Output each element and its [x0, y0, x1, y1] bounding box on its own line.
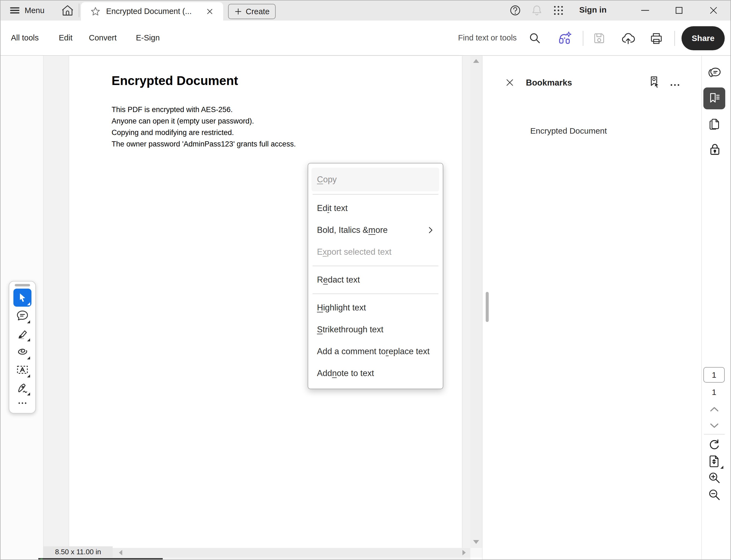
pdf-line: This PDF is encrypted with AES-256. — [112, 104, 233, 115]
menu-item-redact-text[interactable]: Redact text — [308, 269, 443, 291]
share-button[interactable]: Share — [682, 26, 725, 50]
help-button[interactable] — [510, 5, 521, 16]
submenu-chevron-icon — [426, 225, 435, 235]
document-tab[interactable]: Encrypted Document (... — [81, 2, 223, 20]
cursor-arrow-icon — [16, 292, 28, 304]
main-toolbar: All tools Edit Convert E-Sign Find text … — [0, 20, 731, 56]
scrollbar-corner — [470, 548, 482, 558]
zoom-out-button[interactable] — [708, 488, 721, 501]
fit-page-button[interactable] — [707, 455, 721, 468]
tab-title: Encrypted Document (... — [106, 7, 202, 16]
notifications-button[interactable] — [531, 4, 543, 16]
next-page-button[interactable] — [708, 421, 720, 430]
favorite-star-icon[interactable] — [90, 6, 101, 17]
scroll-up-arrow[interactable] — [473, 59, 479, 63]
print-icon[interactable] — [650, 32, 663, 45]
menu-item-export-selected-text: Export selected text — [308, 241, 443, 263]
fit-flyout-indicator — [720, 466, 723, 469]
select-tool-button[interactable] — [13, 289, 31, 307]
page-thumbnails-button[interactable] — [708, 118, 722, 131]
toolbar-separator-2 — [674, 31, 675, 46]
bookmark-icon — [707, 92, 721, 105]
menu-separator — [312, 194, 439, 195]
quick-tools-toolbar — [9, 281, 36, 414]
security-settings-button[interactable] — [708, 142, 722, 156]
bell-icon — [531, 4, 543, 16]
home-icon — [61, 4, 74, 17]
menu-item-copy: Copy — [311, 168, 439, 191]
tool-flyout-indicator — [27, 302, 30, 305]
app-grid-button[interactable] — [553, 5, 564, 16]
ellipsis-icon — [17, 398, 28, 409]
tab-edit[interactable]: Edit — [59, 20, 72, 55]
tab-esign[interactable]: E-Sign — [136, 20, 160, 55]
close-window-button[interactable] — [708, 5, 719, 16]
rail-divider — [704, 434, 725, 435]
more-tools-button[interactable] — [13, 397, 31, 409]
pdf-heading: Encrypted Document — [112, 73, 238, 88]
maximize-button[interactable] — [674, 5, 684, 16]
sign-tool-button[interactable] — [13, 379, 31, 397]
search-icon[interactable] — [528, 32, 541, 44]
minimize-icon — [640, 5, 650, 16]
home-button[interactable] — [61, 4, 74, 17]
pdf-line: The owner password 'AdminPass123' grants… — [112, 138, 296, 150]
save-icon[interactable] — [593, 32, 606, 45]
pdf-line: Copying and modifying are restricted. — [112, 127, 234, 138]
app-menu-label: Menu — [25, 6, 45, 15]
scroll-left-arrow[interactable] — [119, 550, 122, 555]
menu-separator — [312, 294, 439, 294]
menu-item-edit-text[interactable]: Edit text — [308, 197, 443, 219]
tab-all-tools[interactable]: All tools — [11, 20, 39, 55]
zoom-in-button[interactable] — [708, 471, 721, 484]
close-icon — [708, 5, 719, 16]
scroll-right-arrow[interactable] — [463, 550, 466, 555]
draw-tool-button[interactable] — [13, 343, 31, 361]
tool-flyout-indicator — [27, 392, 30, 395]
create-button[interactable]: Create — [228, 4, 276, 19]
vertical-scrollbar[interactable] — [470, 56, 482, 548]
menu-item-strikethrough-text[interactable]: Strikethrough text — [308, 319, 443, 341]
toolbar-drag-handle[interactable] — [15, 284, 30, 286]
add-bookmark-icon[interactable] — [648, 75, 662, 89]
create-label: Create — [245, 7, 269, 16]
help-icon — [510, 5, 521, 16]
bookmarks-panel-button[interactable] — [703, 87, 725, 109]
tab-convert[interactable]: Convert — [89, 20, 117, 55]
rotate-page-button[interactable] — [708, 438, 721, 451]
menu-item-add-note-to-text[interactable]: Add note to text — [308, 362, 443, 384]
tool-flyout-indicator — [27, 356, 30, 359]
upload-cloud-icon[interactable] — [621, 31, 635, 45]
search-input[interactable]: Find text or tools — [458, 20, 517, 55]
menu-separator — [312, 266, 439, 266]
minimize-button[interactable] — [640, 5, 650, 16]
tab-close-icon[interactable] — [206, 7, 214, 16]
panel-resize-handle[interactable] — [486, 292, 489, 322]
highlight-tool-button[interactable] — [13, 325, 31, 343]
page-number-input[interactable]: 1 — [703, 367, 725, 383]
menu-item-bold-italics-more[interactable]: Bold, Italics & more — [308, 219, 443, 241]
grid-icon — [553, 5, 564, 16]
bookmark-entry[interactable]: Encrypted Document — [530, 126, 607, 136]
pdf-line: Anyone can open it (empty user password)… — [112, 115, 254, 127]
menu-item-highlight-text[interactable]: Highlight text — [308, 297, 443, 319]
titlebar-separator — [79, 4, 79, 17]
maximize-icon — [674, 5, 684, 16]
menu-item-add-comment-replace-text[interactable]: Add a comment to replace text — [308, 341, 443, 362]
background-window-strip — [38, 558, 163, 560]
comments-panel-button[interactable] — [708, 66, 721, 80]
comment-tool-button[interactable] — [13, 307, 31, 325]
close-bookmarks-icon[interactable] — [505, 78, 515, 87]
app-menu-button[interactable]: Menu — [9, 5, 45, 16]
previous-page-button[interactable] — [708, 404, 720, 414]
add-text-box-tool-button[interactable] — [13, 361, 31, 379]
tool-flyout-indicator — [27, 374, 30, 377]
tool-flyout-indicator — [27, 338, 30, 341]
sign-in-button[interactable]: Sign in — [579, 5, 607, 14]
bookmarks-options-icon[interactable] — [669, 79, 681, 91]
title-bar: Menu Encrypted Document (... Create — [0, 0, 731, 20]
bookmarks-panel: Bookmarks Encrypted Document — [482, 56, 701, 560]
ai-assistant-icon[interactable] — [558, 31, 572, 45]
scroll-down-arrow[interactable] — [473, 540, 479, 544]
toolbar-separator — [583, 31, 583, 46]
